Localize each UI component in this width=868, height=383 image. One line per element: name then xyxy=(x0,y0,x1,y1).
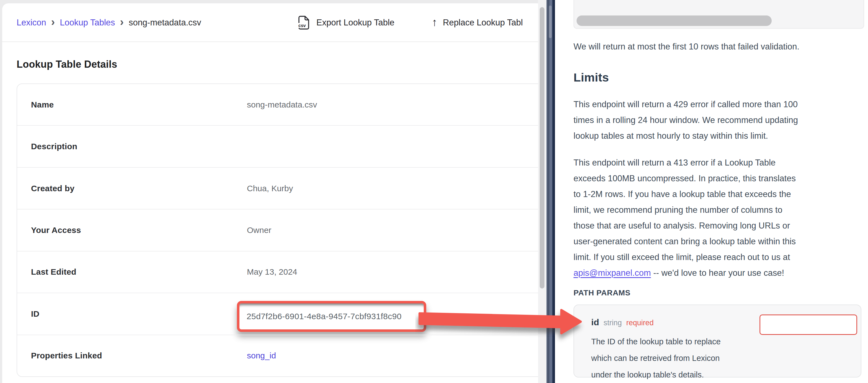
replace-button-label: Replace Lookup Tabl xyxy=(443,18,523,28)
apis-mixpanel-email-link[interactable]: apis@mixpanel.com xyxy=(574,268,651,278)
detail-label: ID xyxy=(31,309,39,319)
detail-label: Last Edited xyxy=(31,267,76,277)
export-button-label: Export Lookup Table xyxy=(316,18,395,28)
limits-heading: Limits xyxy=(574,70,863,84)
detail-value-created-by: Chua, Kurby xyxy=(247,184,293,193)
breadcrumb-current-file: song-metadata.csv xyxy=(129,18,201,28)
left-panel-scrollbar-track[interactable] xyxy=(538,0,547,383)
detail-row-properties-linked: Properties Linked song_id xyxy=(17,335,538,376)
properties-linked-link[interactable]: song_id xyxy=(247,351,276,360)
breadcrumb-lexicon[interactable]: Lexicon xyxy=(17,18,46,28)
detail-value-last-edited: May 13, 2024 xyxy=(247,267,297,277)
limits-paragraph-413: This endpoint will return a 413 error if… xyxy=(574,155,863,281)
detail-row-id: ID 25d7f2b6-6901-4e8a-9457-7cbf931f8c90 xyxy=(17,293,538,334)
details-table: Name song-metadata.csv Description Creat… xyxy=(17,83,538,377)
param-name: id xyxy=(591,317,599,327)
card-header: Lexicon › Lookup Tables › song-metadata.… xyxy=(2,3,538,42)
replace-lookup-table-button[interactable]: ↑ Replace Lookup Tabl xyxy=(432,3,523,42)
breadcrumb-separator-icon: › xyxy=(120,16,124,29)
csv-file-icon: csv xyxy=(298,15,311,30)
param-required-badge: required xyxy=(626,319,653,327)
breadcrumb-separator-icon: › xyxy=(51,16,55,29)
paragraph-tail: -- we'd love to hear your use case! xyxy=(651,268,784,278)
id-highlight-annotation: 25d7f2b6-6901-4e8a-9457-7cbf931f8c90 xyxy=(237,301,426,332)
dark-divider xyxy=(547,0,555,383)
param-header: id string required xyxy=(591,317,654,327)
path-param-card: id string required The ID of the lookup … xyxy=(574,305,861,378)
path-params-label: PATH PARAMS xyxy=(574,288,863,297)
doc-content: We will return at most the first 10 rows… xyxy=(574,29,863,378)
up-arrow-icon: ↑ xyxy=(432,16,437,28)
detail-label: Description xyxy=(31,142,77,151)
detail-label: Your Access xyxy=(31,225,81,235)
detail-row-your-access: Your Access Owner xyxy=(17,209,538,251)
param-type: string xyxy=(603,319,622,327)
intro-paragraph: We will return at most the first 10 rows… xyxy=(574,39,863,55)
left-panel-scrollbar-thumb[interactable] xyxy=(540,7,545,288)
lookup-table-id-value: 25d7f2b6-6901-4e8a-9457-7cbf931f8c90 xyxy=(240,312,402,321)
svg-text:csv: csv xyxy=(299,23,306,28)
screenshot-root: Lexicon › Lookup Tables › song-metadata.… xyxy=(0,0,868,383)
limits-paragraph-429: This endpoint will return a 429 error if… xyxy=(574,97,863,144)
detail-row-created-by: Created by Chua, Kurby xyxy=(17,167,538,209)
detail-row-last-edited: Last Edited May 13, 2024 xyxy=(17,251,538,293)
param-description: The ID of the lookup table to replace wh… xyxy=(591,333,721,383)
detail-row-name: Name song-metadata.csv xyxy=(17,84,538,125)
divider-scroll-streak xyxy=(549,5,552,38)
detail-label: Name xyxy=(31,100,54,109)
detail-row-description: Description xyxy=(17,125,538,167)
horizontal-scrollbar-thumb[interactable] xyxy=(577,15,772,26)
id-param-input[interactable] xyxy=(760,314,857,335)
param-description-text: The ID of the lookup table to replace wh… xyxy=(591,337,721,379)
breadcrumb: Lexicon › Lookup Tables › song-metadata.… xyxy=(17,3,201,42)
page-title: Lookup Table Details xyxy=(17,59,117,70)
detail-value-your-access: Owner xyxy=(247,225,271,235)
lookup-table-details-panel: Lexicon › Lookup Tables › song-metadata.… xyxy=(2,3,538,383)
detail-label: Created by xyxy=(31,184,74,193)
detail-value-name: song-metadata.csv xyxy=(247,100,317,109)
breadcrumb-lookup-tables[interactable]: Lookup Tables xyxy=(60,18,115,28)
paragraph-text: This endpoint will return a 429 error if… xyxy=(574,100,798,141)
api-docs-panel: We will return at most the first 10 rows… xyxy=(555,0,868,383)
detail-label: Properties Linked xyxy=(31,351,102,360)
code-block-bottom xyxy=(574,0,864,29)
paragraph-text: This endpoint will return a 413 error if… xyxy=(574,158,796,262)
export-lookup-table-button[interactable]: csv Export Lookup Table xyxy=(298,3,395,42)
